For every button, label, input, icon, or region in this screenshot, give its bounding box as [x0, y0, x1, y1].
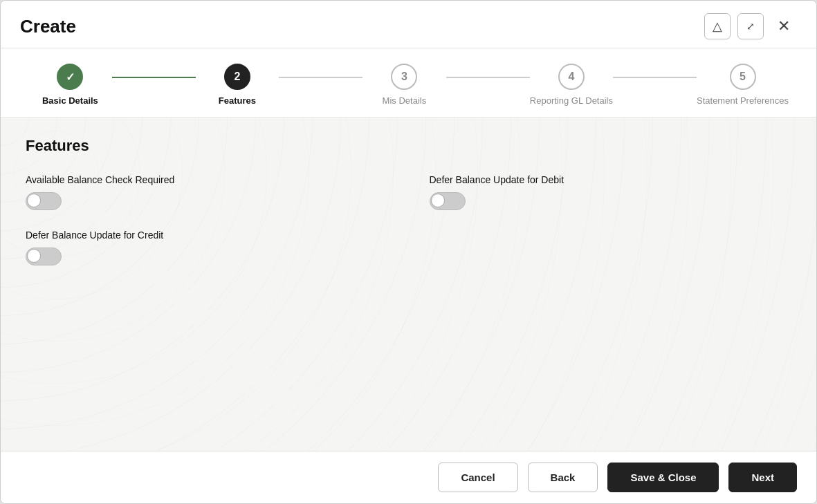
- avail-balance-toggle[interactable]: [26, 192, 62, 210]
- step-1-circle: ✓: [57, 64, 83, 90]
- features-title: Features: [26, 137, 791, 155]
- back-button[interactable]: Back: [528, 463, 598, 492]
- create-modal: Create △ ⤢ ✕ ✓ Basic Details 2 Features …: [0, 0, 817, 504]
- defer-credit-toggle[interactable]: [26, 248, 62, 265]
- step-5-circle: 5: [730, 64, 756, 90]
- avail-balance-label: Available Balance Check Required: [26, 174, 388, 185]
- connector-1-2: [112, 77, 196, 78]
- close-icon: ✕: [778, 17, 790, 35]
- header-actions: △ ⤢ ✕: [704, 13, 797, 39]
- connector-2-3: [279, 77, 362, 78]
- step-4: 4 Reporting GL Details: [530, 64, 614, 106]
- step-1-label: Basic Details: [42, 95, 98, 106]
- defer-credit-thumb: [27, 249, 41, 263]
- alert-icon: △: [713, 19, 722, 34]
- close-button[interactable]: ✕: [771, 13, 797, 39]
- defer-debit-toggle[interactable]: [430, 192, 466, 210]
- step-5: 5 Statement Preferences: [697, 64, 789, 106]
- save-close-button[interactable]: Save & Close: [607, 463, 719, 492]
- modal-title: Create: [20, 16, 76, 37]
- step-3: 3 Mis Details: [362, 64, 446, 106]
- step-4-label: Reporting GL Details: [530, 95, 613, 106]
- features-grid: Available Balance Check Required Defer B…: [26, 174, 791, 265]
- step-3-circle: 3: [391, 64, 417, 90]
- connector-3-4: [446, 77, 530, 78]
- step-2-label: Features: [219, 95, 256, 106]
- features-section: Features Available Balance Check Require…: [1, 118, 816, 282]
- connector-4-5: [613, 77, 697, 78]
- modal-header: Create △ ⤢ ✕: [1, 1, 816, 48]
- step-2-circle: 2: [224, 64, 250, 90]
- expand-button[interactable]: ⤢: [737, 13, 764, 39]
- feature-avail-balance: Available Balance Check Required: [26, 174, 388, 210]
- step-3-label: Mis Details: [383, 95, 427, 106]
- defer-credit-label: Defer Balance Update for Credit: [26, 230, 388, 241]
- step-2: 2 Features: [196, 64, 279, 106]
- next-button[interactable]: Next: [728, 463, 797, 492]
- step-5-label: Statement Preferences: [697, 95, 789, 106]
- expand-icon: ⤢: [746, 21, 755, 31]
- defer-debit-label: Defer Balance Update for Debit: [430, 174, 792, 185]
- cancel-button[interactable]: Cancel: [438, 463, 517, 492]
- step-4-circle: 4: [558, 64, 585, 90]
- stepper: ✓ Basic Details 2 Features 3 Mis Details…: [1, 48, 816, 118]
- step-1: ✓ Basic Details: [28, 64, 112, 106]
- modal-footer: Cancel Back Save & Close Next: [1, 451, 816, 503]
- feature-defer-credit: Defer Balance Update for Credit: [26, 230, 388, 265]
- defer-debit-thumb: [431, 194, 445, 207]
- alert-button[interactable]: △: [704, 13, 731, 39]
- avail-balance-thumb: [27, 194, 41, 207]
- feature-defer-debit: Defer Balance Update for Debit: [430, 174, 792, 210]
- modal-body: Features Available Balance Check Require…: [1, 118, 816, 451]
